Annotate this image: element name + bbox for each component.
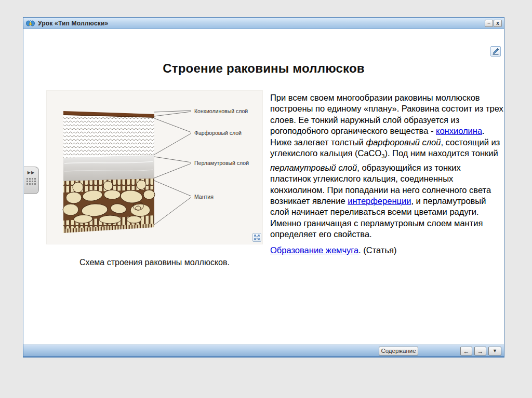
expand-image-button[interactable] <box>252 233 261 242</box>
diagram-label-porcelain: Фарфоровый слой <box>194 130 242 136</box>
close-button[interactable]: x <box>494 20 502 27</box>
left-arrow-icon: ← <box>463 348 470 354</box>
contents-button[interactable]: Содержание <box>379 347 418 355</box>
window-title: Урок «Тип Моллюски» <box>38 20 485 27</box>
right-arrow-icon: → <box>477 348 484 354</box>
shell-diagram-figure: Конхиолиновый слой Фарфоровый слой Перла… <box>46 90 263 244</box>
figure-caption: Схема строения раковины моллюсков. <box>46 258 263 267</box>
page-title: Строение раковины моллюсков <box>23 61 504 76</box>
slide-area: Строение раковины моллюсков <box>23 29 504 345</box>
bottom-toolbar: Содержание ← → ▼ <box>23 345 504 357</box>
text-run: . (Статья) <box>358 245 396 255</box>
emphasized-term: перламутровый слой <box>270 163 357 172</box>
diagram-label-mantle: Мантия <box>194 194 214 200</box>
article-footer: Образование жемчуга. (Статья) <box>270 245 503 256</box>
down-arrow-icon: ▼ <box>493 349 497 353</box>
grip-dots <box>26 178 36 185</box>
slide-menu-button[interactable]: ▼ <box>488 347 501 355</box>
lesson-window: Урок «Тип Моллюски» – x Строение раковин… <box>23 17 504 358</box>
shell-diagram: Конхиолиновый слой Фарфоровый слой Перла… <box>47 91 263 245</box>
edit-pencil-button[interactable] <box>490 46 501 57</box>
minimize-button[interactable]: – <box>485 20 493 27</box>
desktop-background: { "window": { "title": "Урок «Тип Моллюс… <box>0 0 532 398</box>
article: При всем своем многообразии раковины мол… <box>270 92 503 256</box>
diagram-label-conchiolin: Конхиолиновый слой <box>194 108 248 114</box>
side-panel-handle[interactable]: ▶▶ <box>24 167 39 194</box>
article-paragraph: При всем своем многообразии раковины мол… <box>270 92 503 240</box>
app-logo-icon <box>26 20 35 26</box>
inline-link[interactable]: Образование жемчуга <box>270 245 358 255</box>
inline-link[interactable]: конхиолина <box>436 126 482 135</box>
inline-link[interactable]: интерференции <box>348 196 411 205</box>
emphasized-term: фарфоровый слой <box>366 138 441 147</box>
expand-icon <box>254 235 260 240</box>
double-arrow-icon: ▶▶ <box>28 171 35 175</box>
prev-slide-button[interactable]: ← <box>460 347 472 355</box>
diagram-leader-lines <box>154 111 191 225</box>
nacre-layer-shape <box>63 155 154 181</box>
text-run: ). Под ним находится тонкий <box>384 148 498 158</box>
pencil-icon <box>492 48 499 55</box>
diagram-label-nacre: Перламутровый слой <box>194 160 249 166</box>
title-bar: Урок «Тип Моллюски» – x <box>23 18 504 29</box>
next-slide-button[interactable]: → <box>474 347 486 355</box>
